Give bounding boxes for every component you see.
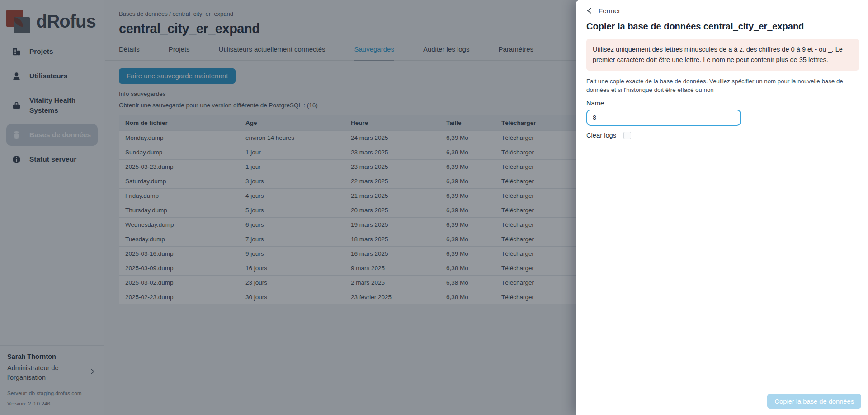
panel-title: Copier la base de données central_city_e… xyxy=(586,21,859,32)
name-rules-warning: Utilisez uniquement des lettres minuscul… xyxy=(586,39,859,71)
chevron-left-icon xyxy=(586,7,592,14)
clear-logs-row: Clear logs xyxy=(586,132,859,139)
copy-database-submit-button[interactable]: Copier la base de données xyxy=(767,394,861,409)
clear-logs-label: Clear logs xyxy=(586,132,616,139)
clear-logs-checkbox[interactable] xyxy=(623,132,631,139)
close-label: Fermer xyxy=(599,7,620,14)
copy-description: Fait une copie exacte de la base de donn… xyxy=(586,77,852,95)
app-root: dRofus Projets xyxy=(0,0,868,415)
copy-database-panel: Fermer Copier la base de données central… xyxy=(576,0,868,415)
close-panel-button[interactable]: Fermer xyxy=(586,7,620,14)
name-field-label: Name xyxy=(586,100,859,107)
copy-name-input[interactable] xyxy=(586,110,741,126)
